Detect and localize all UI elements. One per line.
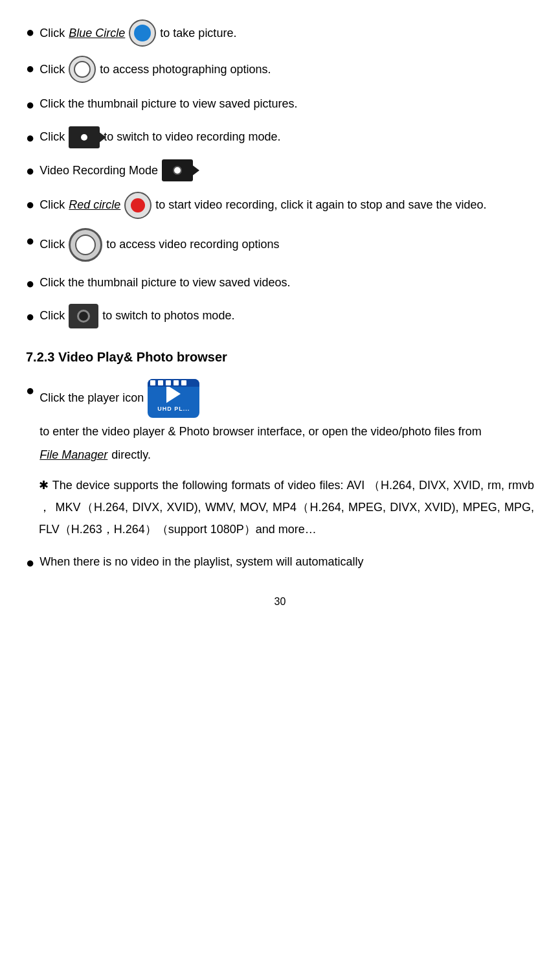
large-circle-icon [69, 228, 102, 262]
bullet-dot: ● [26, 305, 34, 328]
red-circle-icon [124, 192, 151, 219]
text-after: to start video recording, click it again… [155, 196, 486, 214]
bullet-content: Click the thumbnail picture to view save… [39, 95, 534, 113]
bullet-video-recording-mode: ● Video Recording Mode [26, 158, 534, 182]
text-click: Click [39, 24, 65, 43]
text-after: to switch to video recording mode. [104, 128, 280, 146]
bullet-thumbnail-photo: ● Click the thumbnail picture to view sa… [26, 92, 534, 116]
bullet-content: When there is no video in the playlist, … [39, 553, 534, 571]
bullet-dot: ● [26, 193, 34, 216]
blue-circle-label: Blue Circle [69, 24, 125, 43]
text-click: Click [39, 60, 65, 79]
bullet-dot: ● [26, 551, 34, 574]
bullet-content: Click to access video recording options [39, 228, 534, 262]
text-click: Click [39, 128, 65, 146]
bullet-content: Click to switch to video recording mode. [39, 126, 534, 148]
bullet-photo-options: ● Click to access photographing options. [26, 56, 534, 83]
blue-circle-icon [129, 19, 156, 47]
bullet-dot: ● [26, 272, 34, 295]
bullet-dot: ● [26, 57, 34, 80]
text-to-enter: to enter the video player & Photo browse… [39, 422, 481, 442]
text-after: to switch to photos mode. [102, 306, 234, 325]
text-after: to take picture. [160, 24, 236, 43]
text-directly: directly. [111, 445, 151, 465]
text-mode: Video Recording Mode [39, 161, 158, 180]
bullet-dot: ● [26, 21, 34, 43]
bullet-content: Click to switch to photos mode. [39, 304, 534, 328]
bullet-dot: ● [26, 93, 34, 116]
bullet-content: Click the player icon UHD PL... to enter… [39, 379, 534, 465]
bullet-content: Click Blue Circle to take picture. [39, 19, 534, 47]
file-manager-link: File Manager [39, 445, 107, 465]
bullet-dot: ● [26, 229, 34, 252]
red-circle-label: Red circle [69, 196, 120, 214]
bullet-dot: ● [26, 159, 34, 182]
bullet-blue-circle: ● Click Blue Circle to take picture. [26, 19, 534, 47]
page-number: 30 [26, 593, 534, 610]
uhd-player-icon: UHD PL... [148, 379, 199, 418]
text-click: Click [39, 306, 65, 325]
text-content: When there is no video in the playlist, … [39, 553, 363, 571]
video-mode-icon [162, 159, 193, 181]
section-heading: 7.2.3 Video Play& Photo browser [26, 347, 534, 367]
text-content: Click the thumbnail picture to view save… [39, 273, 290, 292]
text-after: to access photographing options. [100, 60, 271, 79]
text-click-player: Click the player icon [39, 388, 144, 408]
video-cam-icon [69, 126, 100, 148]
bullet-content: Video Recording Mode [39, 159, 534, 181]
formats-note: ✱ The device supports the following form… [39, 474, 534, 541]
bullet-video-options: ● Click to access video recording option… [26, 228, 534, 262]
bullet-no-video: ● When there is no video in the playlist… [26, 550, 534, 574]
bullet-red-circle: ● Click Red circle to start video record… [26, 192, 534, 219]
bullet-content: Click Red circle to start video recordin… [39, 192, 534, 219]
bullet-video-mode-switch: ● Click to switch to video recording mod… [26, 125, 534, 149]
text-click: Click [39, 235, 65, 254]
text-after: to access video recording options [106, 235, 279, 254]
text-click: Click [39, 196, 65, 214]
white-circle-icon [69, 56, 96, 83]
bullet-photos-mode: ● Click to switch to photos mode. [26, 304, 534, 328]
text-content: Click the thumbnail picture to view save… [39, 95, 297, 113]
bullet-dot: ● [26, 379, 34, 402]
camera-switch-icon [69, 304, 98, 328]
bullet-content: Click to access photographing options. [39, 56, 534, 83]
bullet-player: ● Click the player icon UHD PL... to ent… [26, 379, 534, 465]
bullet-content: Click the thumbnail picture to view save… [39, 273, 534, 292]
bullet-thumbnail-video: ● Click the thumbnail picture to view sa… [26, 271, 534, 295]
bullet-dot: ● [26, 126, 34, 149]
